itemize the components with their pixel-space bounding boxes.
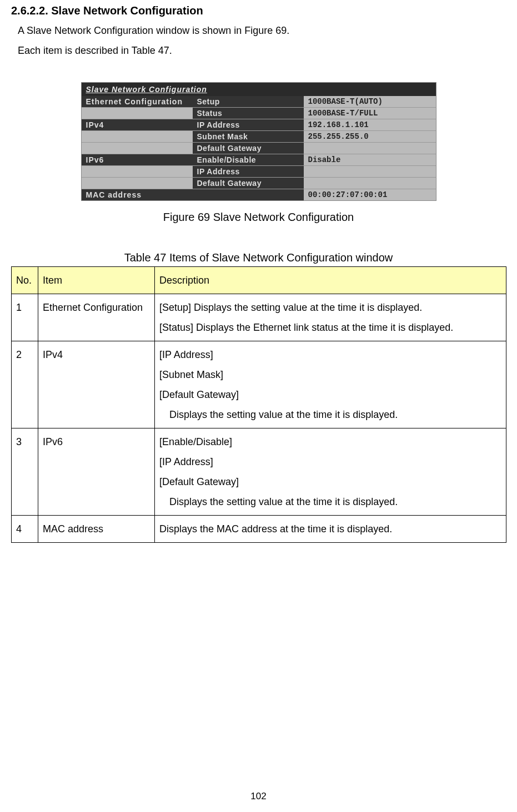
enable-disable-value: Disable <box>304 154 436 165</box>
table-row: 2 IPv4 [IP Address] [Subnet Mask] [Defau… <box>12 341 506 428</box>
cell-no: 4 <box>12 515 38 542</box>
intro-line-1: A Slave Network Configuration window is … <box>18 22 506 39</box>
default-gateway-label: Default Gateway <box>193 143 304 154</box>
cell-description: [IP Address] [Subnet Mask] [Default Gate… <box>155 341 506 428</box>
table-row: 1 Ethernet Configuration [Setup] Display… <box>12 294 506 341</box>
empty-cell <box>82 131 193 142</box>
empty-cell <box>82 166 193 177</box>
table-body: 1 Ethernet Configuration [Setup] Display… <box>12 294 506 542</box>
table-header-item: Item <box>38 266 155 294</box>
figure-title-bar: Slave Network Configuration <box>82 83 436 96</box>
desc-line: [Subnet Mask] <box>159 369 223 380</box>
cell-description: [Setup] Displays the setting value at th… <box>155 294 506 341</box>
subnet-mask-value: 255.255.255.0 <box>304 131 436 142</box>
status-value: 1000BASE-T/FULL <box>304 108 436 119</box>
desc-line: [Status] Displays the Ethernet link stat… <box>159 322 453 333</box>
cell-item: IPv6 <box>38 428 155 515</box>
table-row: 4 MAC address Displays the MAC address a… <box>12 515 506 542</box>
desc-line: [Enable/Disable] <box>159 436 232 447</box>
section-heading: 2.6.2.2. Slave Network Configuration <box>11 4 506 17</box>
desc-line: [Default Gateway] <box>159 476 239 487</box>
cell-no: 3 <box>12 428 38 515</box>
intro-line-2: Each item is described in Table 47. <box>18 42 506 59</box>
ipv4-label: IPv4 <box>82 119 193 130</box>
setup-label: Setup <box>193 96 304 107</box>
mac-address-label: MAC address <box>82 189 304 200</box>
cell-description: Displays the MAC address at the time it … <box>155 515 506 542</box>
figure-container: Slave Network Configuration Ethernet Con… <box>11 82 506 224</box>
empty-cell <box>82 178 193 189</box>
ethernet-config-label: Ethernet Configuration <box>82 96 193 107</box>
empty-cell <box>82 143 193 154</box>
table-caption: Table 47 Items of Slave Network Configur… <box>11 251 506 264</box>
table-header-no: No. <box>12 266 38 294</box>
desc-line: [Setup] Displays the setting value at th… <box>159 302 422 313</box>
description-table: No. Item Description 1 Ethernet Configur… <box>11 266 506 543</box>
desc-indent-line: Displays the setting value at the time i… <box>169 492 398 512</box>
cell-no: 1 <box>12 294 38 341</box>
table-header-description: Description <box>155 266 506 294</box>
setup-value: 1000BASE-T(AUTO) <box>304 96 436 107</box>
enable-disable-label: Enable/Disable <box>193 154 304 165</box>
ipv6-ip-address-value <box>304 166 436 177</box>
cell-item: IPv4 <box>38 341 155 428</box>
desc-line: [IP Address] <box>159 349 213 360</box>
mac-address-value: 00:00:27:07:00:01 <box>304 189 436 200</box>
cell-no: 2 <box>12 341 38 428</box>
desc-line: Displays the MAC address at the time it … <box>159 523 392 534</box>
slave-network-config-figure: Slave Network Configuration Ethernet Con… <box>81 82 436 201</box>
table-row: 3 IPv6 [Enable/Disable] [IP Address] [De… <box>12 428 506 515</box>
cell-item: Ethernet Configuration <box>38 294 155 341</box>
ip-address-label: IP Address <box>193 119 304 130</box>
desc-line: [Default Gateway] <box>159 389 239 400</box>
ipv6-ip-address-label: IP Address <box>193 166 304 177</box>
desc-line: [IP Address] <box>159 456 213 467</box>
figure-caption: Figure 69 Slave Network Configuration <box>11 211 506 224</box>
subnet-mask-label: Subnet Mask <box>193 131 304 142</box>
ipv6-default-gateway-value <box>304 178 436 189</box>
cell-description: [Enable/Disable] [IP Address] [Default G… <box>155 428 506 515</box>
status-label: Status <box>193 108 304 119</box>
empty-cell <box>82 108 193 119</box>
cell-item: MAC address <box>38 515 155 542</box>
desc-indent-line: Displays the setting value at the time i… <box>169 405 398 425</box>
ip-address-value: 192.168.1.101 <box>304 119 436 130</box>
ipv6-default-gateway-label: Default Gateway <box>193 178 304 189</box>
default-gateway-value <box>304 143 436 154</box>
ipv6-label: IPv6 <box>82 154 193 165</box>
page-number: 102 <box>0 791 517 802</box>
